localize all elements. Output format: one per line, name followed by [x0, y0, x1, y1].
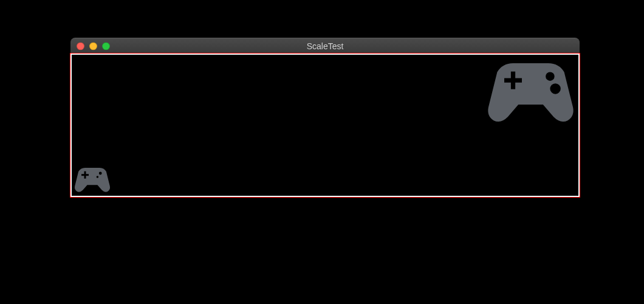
content-area [70, 54, 580, 197]
maximize-button[interactable] [102, 42, 110, 50]
game-controller-icon-svg [487, 58, 575, 125]
app-window: ScaleTest [70, 38, 580, 197]
close-button[interactable] [77, 42, 84, 50]
svg-point-6 [546, 72, 555, 81]
titlebar[interactable]: ScaleTest [70, 38, 580, 54]
svg-point-7 [550, 83, 560, 94]
svg-rect-1 [84, 171, 86, 179]
svg-point-2 [99, 172, 102, 175]
game-controller-icon [487, 58, 575, 125]
window-title: ScaleTest [70, 41, 580, 51]
svg-rect-5 [511, 72, 515, 89]
game-controller-icon-svg [74, 166, 111, 193]
svg-point-3 [97, 176, 99, 178]
minimize-button[interactable] [89, 42, 97, 50]
traffic-lights [77, 42, 110, 50]
game-controller-icon [74, 166, 111, 193]
